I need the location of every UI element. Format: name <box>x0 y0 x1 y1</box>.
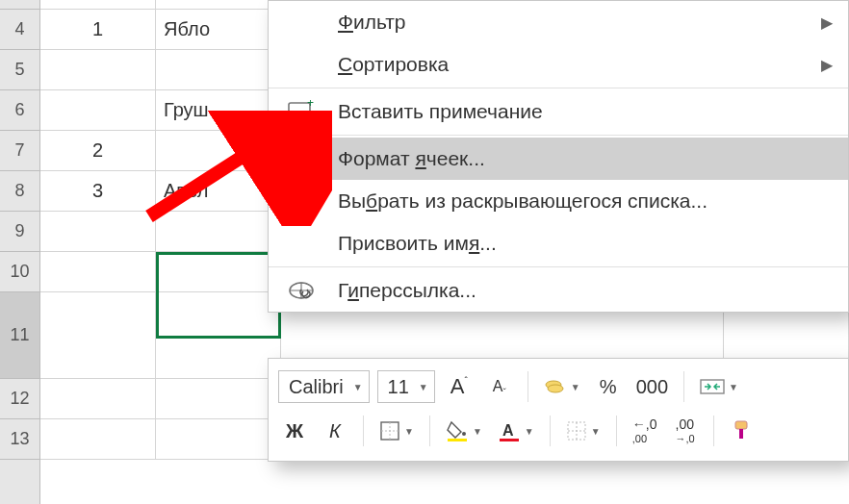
font-size-combo[interactable]: 11 ▼ <box>377 370 435 403</box>
row-header-column: 4 5 6 7 8 9 10 11 12 13 <box>0 0 40 504</box>
hyperlink-icon <box>286 275 317 306</box>
fill-color-button[interactable]: ▼ <box>442 415 486 447</box>
menu-label: Гиперссылка... <box>338 279 476 302</box>
svg-point-16 <box>462 432 466 436</box>
chevron-right-icon: ▶ <box>821 13 833 32</box>
menu-label: Присвоить имя... <box>338 232 497 255</box>
merge-center-button[interactable]: ▼ <box>696 370 742 403</box>
svg-rect-12 <box>701 380 724 393</box>
increase-decimal-icon: ←,0,00 <box>632 417 657 444</box>
chevron-down-icon: ▼ <box>404 426 414 437</box>
bold-button[interactable]: Ж <box>278 415 311 447</box>
italic-icon: К <box>329 420 341 442</box>
font-color-button[interactable]: A ▼ <box>494 415 538 447</box>
fill-color-icon <box>446 420 469 441</box>
borders-grid-button[interactable]: ▼ <box>562 415 605 447</box>
row-header[interactable]: 12 <box>0 379 39 419</box>
menu-label: Формат ячеек... <box>338 147 485 170</box>
chevron-right-icon: ▶ <box>821 56 833 74</box>
increase-decimal-button[interactable]: ←,0,00 <box>629 415 661 447</box>
chevron-down-icon: ▼ <box>729 382 738 392</box>
bold-icon: Ж <box>286 420 303 442</box>
font-name-combo[interactable]: Calibri ▼ <box>278 370 370 403</box>
decrease-decimal-icon: ,00→,0 <box>676 417 695 444</box>
menu-label: Фильтр <box>338 11 406 34</box>
row-header[interactable]: 13 <box>0 419 39 460</box>
menu-separator <box>269 266 848 267</box>
svg-point-11 <box>548 385 563 392</box>
decrease-decimal-button[interactable]: ,00→,0 <box>669 415 702 447</box>
row-header[interactable]: 11 <box>0 292 39 379</box>
row-header[interactable]: 6 <box>0 90 39 131</box>
grid-icon <box>566 420 587 441</box>
percent-format-button[interactable]: % <box>592 370 625 403</box>
row-header[interactable]: 9 <box>0 212 39 252</box>
menu-label: Выбрать из раскрывающегося списка... <box>338 189 708 213</box>
menu-item-format-cells[interactable]: Формат ячеек... <box>269 138 848 180</box>
row-header[interactable]: 10 <box>0 252 39 292</box>
accounting-format-button[interactable]: ▼ <box>540 370 584 403</box>
svg-rect-23 <box>735 421 747 429</box>
svg-rect-17 <box>448 439 467 441</box>
cell[interactable]: 1 <box>40 10 156 49</box>
currency-icon <box>544 377 567 396</box>
menu-separator <box>269 88 848 88</box>
menu-separator <box>269 135 848 136</box>
menu-label: Вставить примечание <box>338 100 543 123</box>
cell[interactable]: 2 <box>40 131 156 170</box>
format-cells-icon <box>286 143 317 174</box>
svg-rect-2 <box>291 148 312 169</box>
comment-icon: + <box>286 96 317 127</box>
menu-item-sort[interactable]: Сортировка ▶ <box>269 43 848 86</box>
thousands-icon: 000 <box>636 376 668 398</box>
chevron-down-icon: ▼ <box>473 426 482 437</box>
menu-item-pick-from-list[interactable]: Выбрать из раскрывающегося списка... <box>269 180 848 222</box>
row-header[interactable]: 8 <box>0 171 39 212</box>
chevron-down-icon: ▼ <box>353 382 363 392</box>
font-name-value: Calibri <box>289 376 344 398</box>
cell[interactable]: Груш <box>156 90 281 130</box>
menu-item-filter[interactable]: Фильтр ▶ <box>269 1 848 43</box>
increase-font-button[interactable]: A ˆ <box>443 370 476 403</box>
borders-icon <box>379 420 400 441</box>
menu-item-insert-comment[interactable]: + Вставить примечание <box>269 90 848 133</box>
cell[interactable]: Ябло <box>156 10 281 49</box>
increase-font-icon: A <box>450 374 465 399</box>
decrease-font-icon: A <box>493 378 503 395</box>
svg-text:A: A <box>502 422 514 439</box>
chevron-down-icon: ▼ <box>525 426 534 437</box>
percent-icon: % <box>600 376 617 398</box>
svg-rect-24 <box>739 429 743 439</box>
svg-rect-4 <box>295 157 300 160</box>
format-painter-icon <box>732 419 753 442</box>
row-header[interactable]: 4 <box>0 10 39 50</box>
menu-item-define-name[interactable]: Присвоить имя... <box>269 222 848 265</box>
chevron-down-icon: ▼ <box>591 426 601 437</box>
italic-button[interactable]: К <box>319 415 351 447</box>
borders-button[interactable]: ▼ <box>375 415 418 447</box>
format-painter-button[interactable] <box>726 415 759 447</box>
svg-rect-19 <box>500 439 519 441</box>
merge-icon <box>700 377 725 396</box>
row-header[interactable]: 5 <box>0 50 39 90</box>
font-size-value: 11 <box>388 376 409 398</box>
context-menu: Фильтр ▶ Сортировка ▶ + Вставить примеча… <box>268 0 849 313</box>
menu-label: Сортировка <box>338 53 449 76</box>
cell[interactable]: 3 <box>40 171 156 211</box>
svg-rect-5 <box>295 162 300 164</box>
chevron-down-icon: ▼ <box>419 382 428 392</box>
cell[interactable]: Апел <box>156 171 281 211</box>
chevron-down-icon: ▼ <box>571 382 580 392</box>
mini-toolbar: Calibri ▼ 11 ▼ A ˆ A ˇ ▼ % 000 <box>268 358 849 462</box>
row-header[interactable]: 7 <box>0 131 39 171</box>
font-color-icon: A <box>498 420 521 441</box>
svg-text:+: + <box>307 100 314 110</box>
comma-format-button[interactable]: 000 <box>632 370 672 403</box>
decrease-font-button[interactable]: A ˇ <box>483 370 516 403</box>
menu-item-hyperlink[interactable]: Гиперссылка... <box>269 269 848 312</box>
svg-rect-3 <box>295 152 300 155</box>
